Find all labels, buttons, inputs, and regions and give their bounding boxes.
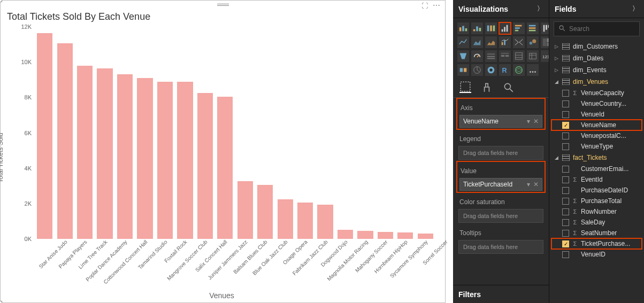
bar[interactable] (117, 74, 133, 239)
field-row[interactable]: ΣPurchaseTotal (551, 196, 642, 206)
axis-well[interactable]: Axis VenueName ▾✕ (456, 98, 546, 130)
viz-type-icon[interactable]: R (499, 64, 511, 76)
field-checkbox[interactable] (562, 133, 569, 139)
value-well[interactable]: Value TicketPurchaseId ▾✕ (456, 161, 546, 193)
bar[interactable] (397, 232, 413, 239)
visualizations-header[interactable]: Visualizations 〉 (453, 0, 549, 18)
bar[interactable] (97, 68, 112, 239)
bar[interactable] (317, 205, 333, 239)
viz-type-icon[interactable] (499, 22, 511, 34)
viz-type-icon[interactable] (499, 36, 511, 48)
field-checkbox[interactable] (562, 251, 569, 258)
field-row[interactable]: VenueId (551, 109, 642, 120)
expand-icon[interactable]: ▷ (555, 56, 559, 61)
bar[interactable] (237, 181, 253, 239)
viz-type-icon[interactable] (527, 64, 539, 76)
viz-type-icon[interactable] (513, 36, 525, 48)
remove-field-icon[interactable]: ✕ (533, 181, 539, 188)
bar[interactable] (357, 231, 373, 239)
viz-type-icon[interactable] (485, 64, 497, 76)
viz-type-icon[interactable] (471, 50, 483, 62)
viz-type-icon[interactable] (457, 64, 469, 76)
bar[interactable] (37, 33, 52, 239)
viz-type-icon[interactable] (513, 22, 525, 34)
field-checkbox[interactable] (562, 100, 569, 107)
filters-header[interactable]: Filters (453, 285, 549, 303)
bar[interactable] (278, 199, 293, 239)
selection-handle[interactable] (0, 301, 2, 303)
chevron-right-icon[interactable]: 〉 (537, 4, 543, 13)
viz-type-icon[interactable] (527, 50, 539, 62)
viz-type-icon[interactable] (457, 22, 469, 34)
chevron-right-icon[interactable]: 〉 (632, 4, 639, 13)
chevron-down-icon[interactable]: ▾ (527, 118, 530, 125)
expand-icon[interactable]: ◢ (555, 155, 559, 160)
fields-tab[interactable] (459, 81, 471, 93)
analytics-tab[interactable] (502, 81, 514, 93)
bar[interactable] (257, 185, 273, 239)
field-checkbox[interactable] (562, 90, 569, 97)
expand-icon[interactable]: ◢ (555, 79, 559, 84)
axis-field-pill[interactable]: VenueName ▾✕ (459, 115, 542, 128)
field-row[interactable]: ΣSaleDay (551, 217, 642, 228)
bar[interactable] (57, 43, 73, 239)
table-row[interactable]: ◢dim_Venues (551, 76, 642, 88)
table-row[interactable]: ▷dim_Customers (551, 41, 642, 52)
field-checkbox[interactable]: ✓ (562, 240, 569, 247)
viz-type-icon[interactable] (485, 50, 497, 62)
field-row[interactable]: PurchaseDateID (551, 185, 642, 196)
field-checkbox[interactable] (562, 208, 569, 215)
field-row[interactable]: VenueType (551, 141, 642, 152)
viz-type-icon[interactable] (485, 22, 497, 34)
color-well[interactable]: Color saturation Drag data fields here (456, 193, 546, 224)
bar[interactable] (378, 232, 393, 239)
field-row[interactable]: VenuepostalC... (551, 130, 642, 141)
field-row[interactable]: VenueCountry... (551, 98, 642, 109)
field-checkbox[interactable] (562, 198, 569, 205)
field-row[interactable]: ✓ΣTicketPurchase... (551, 238, 642, 249)
search-input[interactable] (569, 25, 635, 33)
field-checkbox[interactable] (562, 230, 569, 237)
fields-search[interactable] (554, 21, 640, 36)
table-row[interactable]: ◢fact_Tickets (551, 152, 642, 164)
viz-type-icon[interactable] (527, 22, 539, 34)
field-checkbox[interactable] (562, 111, 569, 118)
drag-grip-icon[interactable] (217, 4, 229, 6)
field-checkbox[interactable] (562, 143, 569, 150)
bar[interactable] (177, 82, 193, 239)
field-checkbox[interactable] (562, 187, 569, 194)
bar[interactable] (217, 97, 233, 239)
field-row[interactable]: ΣEventId (551, 174, 642, 185)
viz-type-icon[interactable] (499, 50, 511, 62)
field-row[interactable]: VenueID (551, 249, 642, 260)
bar[interactable] (77, 66, 93, 239)
legend-well[interactable]: Legend Drag data fields here (456, 130, 546, 161)
bar[interactable] (338, 230, 353, 239)
expand-icon[interactable]: ▷ (555, 44, 559, 49)
expand-icon[interactable]: ▷ (555, 67, 559, 73)
field-checkbox[interactable] (562, 219, 569, 226)
focus-mode-icon[interactable]: ⛶ (421, 2, 428, 10)
viz-type-icon[interactable] (513, 50, 525, 62)
viz-type-icon[interactable] (513, 64, 525, 76)
field-row[interactable]: ΣVenueCapacity (551, 88, 642, 98)
fields-header[interactable]: Fields 〉 (549, 0, 644, 18)
bar[interactable] (197, 93, 213, 239)
legend-drop-zone[interactable]: Drag data fields here (458, 146, 543, 160)
viz-type-icon[interactable] (457, 36, 469, 48)
field-checkbox[interactable] (562, 176, 569, 183)
viz-type-icon[interactable] (471, 36, 483, 48)
viz-type-icon[interactable] (485, 36, 497, 48)
bar[interactable] (157, 82, 173, 239)
color-drop-zone[interactable]: Drag data fields here (458, 209, 543, 223)
table-row[interactable]: ▷dim_Dates (551, 52, 642, 64)
format-tab[interactable] (481, 81, 493, 93)
tooltips-drop-zone[interactable]: Drag data fields here (458, 240, 543, 254)
viz-type-icon[interactable] (457, 50, 469, 62)
field-row[interactable]: ΣRowNumber (551, 206, 642, 217)
field-row[interactable]: CustomerEmai... (551, 164, 642, 174)
viz-type-icon[interactable] (471, 64, 483, 76)
bar[interactable] (297, 203, 313, 239)
field-row[interactable]: ✓VenueName (551, 120, 642, 130)
value-field-pill[interactable]: TicketPurchaseId ▾✕ (459, 178, 542, 191)
